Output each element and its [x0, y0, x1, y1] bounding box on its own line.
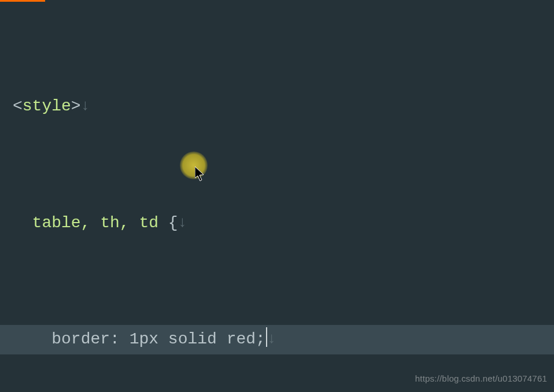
- punct: >: [71, 97, 81, 115]
- colon: :: [110, 330, 130, 348]
- css-selector: table, th, td: [32, 214, 168, 232]
- semicolon: ;: [256, 330, 265, 348]
- newline-icon: ↓: [81, 97, 90, 114]
- indent: [13, 330, 51, 348]
- newline-icon: ↓: [267, 331, 276, 348]
- punct: <: [13, 97, 23, 115]
- css-value: 1px solid red: [130, 330, 256, 348]
- tag-style: style: [23, 97, 71, 115]
- code-editor[interactable]: <style>↓ table, th, td {↓ border: 1px so…: [5, 5, 554, 392]
- active-tab-indicator: [0, 0, 45, 2]
- code-line-active[interactable]: border: 1px solid red;↓: [0, 325, 554, 354]
- code-line[interactable]: table, th, td {↓: [13, 209, 554, 238]
- newline-icon: ↓: [178, 214, 187, 231]
- css-property: border: [51, 330, 110, 348]
- code-line[interactable]: <style>↓: [13, 92, 554, 121]
- brace: {: [168, 214, 178, 232]
- watermark: https://blog.csdn.net/u013074761: [415, 371, 547, 386]
